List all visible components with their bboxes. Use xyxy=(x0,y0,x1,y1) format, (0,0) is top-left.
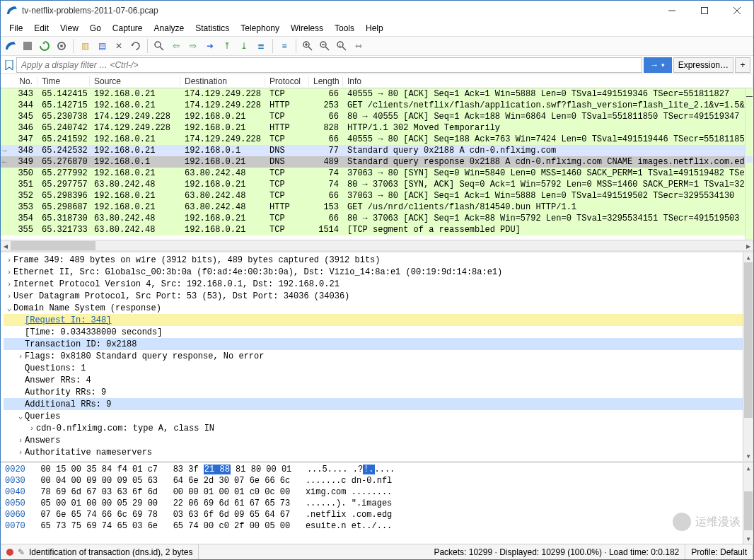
packet-details-pane[interactable]: ›Frame 349: 489 bytes on wire (3912 bits… xyxy=(1,252,753,463)
autoscroll-button[interactable]: ≣ xyxy=(253,38,269,54)
menu-statistics[interactable]: Statistics xyxy=(190,22,235,35)
menu-view[interactable]: View xyxy=(54,22,84,35)
packet-row[interactable]: 35165.29775763.80.242.48192.168.0.21TCP7… xyxy=(1,179,753,190)
packet-list-minimap[interactable] xyxy=(745,88,753,240)
hex-row[interactable]: 0040 78 69 6d 67 03 63 6f 6d 00 00 01 00… xyxy=(5,487,749,498)
colorize-button[interactable]: ≡ xyxy=(277,38,292,54)
tree-frame[interactable]: ›Frame 349: 489 bytes on wire (3912 bits… xyxy=(4,254,750,266)
column-source[interactable]: Source xyxy=(90,76,180,86)
packet-row[interactable]: 34665.240742174.129.249.228192.168.0.21H… xyxy=(1,122,753,134)
restart-capture-button[interactable] xyxy=(37,38,52,54)
maximize-button[interactable] xyxy=(688,1,721,21)
tree-ethernet[interactable]: ›Ethernet II, Src: Globalsc_00:3b:0a (f0… xyxy=(4,266,750,278)
menu-wireless[interactable]: Wireless xyxy=(285,22,329,35)
tree-time[interactable]: [Time: 0.034338000 seconds] xyxy=(4,326,750,338)
tree-ip[interactable]: ›Internet Protocol Version 4, Src: 192.1… xyxy=(4,278,750,290)
packet-row[interactable]: →34865.242532192.168.0.21192.168.0.1DNS7… xyxy=(1,145,753,156)
hex-row[interactable]: 0030 00 04 00 09 00 09 05 63 64 6e 2d 30… xyxy=(5,476,749,487)
status-profile[interactable]: Profile: Default xyxy=(685,544,753,559)
packet-list-header[interactable]: No. Time Source Destination Protocol Len… xyxy=(1,74,753,88)
packet-row[interactable]: ←34965.276870192.168.0.1192.168.0.21DNS4… xyxy=(1,156,753,168)
go-to-packet-button[interactable]: ➜ xyxy=(202,38,218,54)
tree-udp[interactable]: ›User Datagram Protocol, Src Port: 53 (5… xyxy=(4,290,750,302)
scroll-up-icon[interactable]: ▴ xyxy=(743,252,753,262)
go-back-button[interactable]: ⇦ xyxy=(168,38,184,54)
menu-go[interactable]: Go xyxy=(84,22,107,35)
scrollbar-thumb[interactable] xyxy=(11,241,95,250)
scroll-down-icon[interactable]: ▾ xyxy=(743,451,753,461)
packet-row[interactable]: 34465.142715192.168.0.21174.129.249.228H… xyxy=(1,100,753,111)
column-proto[interactable]: Protocol xyxy=(265,76,309,86)
details-vscrollbar[interactable]: ▴ ▾ xyxy=(743,252,753,461)
go-last-button[interactable]: ⤓ xyxy=(236,38,252,54)
tree-request-in[interactable]: [Request In: 348] xyxy=(4,314,750,326)
tree-questions[interactable]: Questions: 1 xyxy=(4,362,750,374)
apply-filter-button[interactable]: → ▾ xyxy=(644,57,672,73)
scroll-up-icon[interactable]: ▴ xyxy=(743,463,753,473)
menu-capture[interactable]: Capture xyxy=(107,22,149,35)
packet-bytes-pane[interactable]: 0020 00 15 00 35 84 f4 01 c7 83 3f 21 88… xyxy=(1,463,753,544)
column-time[interactable]: Time xyxy=(37,76,90,86)
tree-dns[interactable]: ⌄Domain Name System (response) xyxy=(4,302,750,314)
tree-authns[interactable]: ›Authoritative nameservers xyxy=(4,446,750,458)
minimize-button[interactable] xyxy=(656,1,688,21)
tree-additional-rrs[interactable]: Additional RRs: 9 xyxy=(4,398,750,410)
column-no[interactable]: No. xyxy=(1,76,37,86)
tree-flags[interactable]: ›Flags: 0x8180 Standard query response, … xyxy=(4,350,750,362)
tree-answer-rrs[interactable]: Answer RRs: 4 xyxy=(4,374,750,386)
hex-row[interactable]: 0070 65 73 75 69 74 65 03 6e 65 74 00 c0… xyxy=(5,521,749,532)
packet-row[interactable]: 35065.277992192.168.0.2163.80.242.48TCP7… xyxy=(1,168,753,179)
display-filter-input[interactable] xyxy=(16,57,642,73)
column-dest[interactable]: Destination xyxy=(180,76,265,86)
menu-telephony[interactable]: Telephony xyxy=(235,22,285,35)
column-info[interactable]: Info xyxy=(343,76,753,86)
reload-file-button[interactable] xyxy=(128,38,144,54)
tree-queries[interactable]: ⌄Queries xyxy=(4,410,750,422)
menu-file[interactable]: File xyxy=(4,22,28,35)
stop-capture-button[interactable] xyxy=(20,38,35,54)
packet-row[interactable]: 34765.241592192.168.0.21174.129.249.228T… xyxy=(1,134,753,145)
shark-fin-icon[interactable] xyxy=(3,38,18,54)
go-first-button[interactable]: ⤒ xyxy=(219,38,235,54)
open-file-button[interactable]: ▥ xyxy=(77,38,93,54)
close-button[interactable] xyxy=(721,1,753,21)
zoom-out-button[interactable] xyxy=(317,38,332,54)
packet-row[interactable]: 35465.31873063.80.242.48192.168.0.21TCP6… xyxy=(1,213,753,224)
scroll-right-icon[interactable]: ▸ xyxy=(743,240,753,251)
add-filter-button[interactable]: + xyxy=(735,57,750,73)
packet-list-hscrollbar[interactable]: ◂ ▸ xyxy=(1,240,753,250)
packet-row[interactable]: 35565.32173363.80.242.48192.168.0.21TCP1… xyxy=(1,224,753,235)
menu-analyze[interactable]: Analyze xyxy=(149,22,190,35)
go-forward-button[interactable]: ⇨ xyxy=(185,38,201,54)
packet-row[interactable]: 35265.298396192.168.0.2163.80.242.48TCP6… xyxy=(1,190,753,202)
menu-edit[interactable]: Edit xyxy=(28,22,54,35)
close-file-button[interactable]: ✕ xyxy=(111,38,127,54)
hex-row[interactable]: 0060 07 6e 65 74 66 6c 69 78 03 63 6f 6d… xyxy=(5,510,749,521)
column-length[interactable]: Length xyxy=(309,76,343,86)
scroll-down-icon[interactable]: ▾ xyxy=(743,534,753,544)
tree-authority-rrs[interactable]: Authority RRs: 9 xyxy=(4,386,750,398)
zoom-reset-button[interactable]: 1 xyxy=(334,38,349,54)
expression-button[interactable]: Expression… xyxy=(673,57,733,73)
edit-capture-icon[interactable]: ✎ xyxy=(18,547,25,557)
save-file-button[interactable]: ▤ xyxy=(94,38,110,54)
scroll-left-icon[interactable]: ◂ xyxy=(1,240,11,251)
tree-answers[interactable]: ›Answers xyxy=(4,434,750,446)
tree-query-1[interactable]: ›cdn-0.nflximg.com: type A, class IN xyxy=(4,422,750,434)
tree-txid[interactable]: Transaction ID: 0x2188 xyxy=(4,338,750,350)
bookmark-icon[interactable] xyxy=(4,57,15,73)
zoom-in-button[interactable] xyxy=(300,38,315,54)
bytes-vscrollbar[interactable]: ▴ ▾ xyxy=(743,463,753,544)
scrollbar-thumb[interactable] xyxy=(744,262,753,418)
scrollbar-thumb[interactable] xyxy=(744,491,753,530)
hex-row[interactable]: 0050 05 00 01 00 00 05 29 00 22 06 69 6d… xyxy=(5,498,749,510)
packet-row[interactable]: 35365.298687192.168.0.2163.80.242.48HTTP… xyxy=(1,202,753,213)
packet-row[interactable]: 34565.230738174.129.249.228192.168.0.21T… xyxy=(1,111,753,122)
resize-columns-button[interactable]: ⇿ xyxy=(351,38,366,54)
expert-info-icon[interactable] xyxy=(6,549,13,556)
packet-row[interactable]: 34365.142415192.168.0.21174.129.249.228T… xyxy=(1,88,753,100)
hex-row[interactable]: 0020 00 15 00 35 84 f4 01 c7 83 3f 21 88… xyxy=(5,465,749,476)
find-packet-button[interactable] xyxy=(151,38,167,54)
menu-tools[interactable]: Tools xyxy=(329,22,360,35)
packet-rows[interactable]: 34365.142415192.168.0.21174.129.249.228T… xyxy=(1,88,753,240)
